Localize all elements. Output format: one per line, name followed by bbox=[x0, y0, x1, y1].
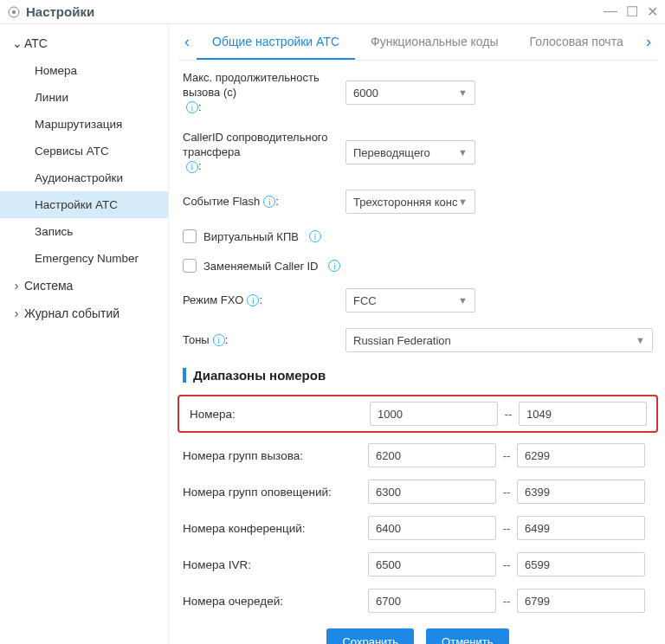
select-fxo-mode[interactable]: FCC ▼ bbox=[345, 288, 475, 312]
window-titlebar: Настройки — ☐ ✕ bbox=[0, 0, 665, 24]
sidebar-group-label: Система bbox=[24, 279, 73, 293]
range-from-ivr[interactable] bbox=[368, 552, 496, 576]
info-icon[interactable]: i bbox=[328, 260, 340, 272]
info-icon[interactable]: i bbox=[213, 334, 225, 346]
caret-down-icon: ▼ bbox=[458, 87, 468, 98]
label-flash-event: Событие Flashi: bbox=[183, 195, 345, 209]
range-from-paging[interactable] bbox=[368, 480, 496, 504]
chevron-right-icon: › bbox=[12, 306, 21, 320]
select-value: Переводящего bbox=[353, 146, 430, 159]
range-to-ringgroups[interactable] bbox=[517, 443, 645, 467]
chevron-down-icon: ⌄ bbox=[12, 36, 21, 50]
range-from-numbers[interactable] bbox=[370, 402, 498, 426]
range-to-queues[interactable] bbox=[517, 589, 645, 613]
range-separator: -- bbox=[498, 408, 519, 421]
range-to-numbers[interactable] bbox=[519, 402, 647, 426]
label-replaceable-callerid: Заменяемый Caller ID bbox=[203, 260, 318, 273]
tab-voicemail[interactable]: Голосовая почта bbox=[514, 24, 639, 60]
range-to-ivr[interactable] bbox=[517, 552, 645, 576]
label-max-call-duration: Макс. продолжительность вызова (с)i: bbox=[183, 71, 345, 115]
sidebar-item-routing[interactable]: Маршрутизация bbox=[0, 111, 168, 138]
sidebar-item-audio[interactable]: Аудионастройки bbox=[0, 164, 168, 191]
sidebar-group-eventlog[interactable]: › Журнал событий bbox=[0, 299, 168, 327]
range-separator: -- bbox=[496, 522, 517, 535]
range-label-queues: Номера очередей: bbox=[183, 595, 368, 608]
sidebar-item-lines[interactable]: Линии bbox=[0, 84, 168, 111]
label-virtual-kpv: Виртуальный КПВ bbox=[203, 230, 299, 243]
chevron-right-icon: › bbox=[12, 279, 21, 293]
select-value: FCC bbox=[353, 294, 377, 307]
label-callerid-transfer: CallerID сопроводительного трансфераi: bbox=[183, 131, 345, 175]
sidebar-group-atc[interactable]: ⌄ АТС bbox=[0, 29, 168, 57]
caret-down-icon: ▼ bbox=[636, 335, 645, 345]
range-label-ringgroups: Номера групп вызова: bbox=[183, 449, 368, 462]
select-callerid-transfer[interactable]: Переводящего ▼ bbox=[345, 140, 475, 164]
range-separator: -- bbox=[496, 486, 517, 499]
select-value: 6000 bbox=[353, 87, 378, 100]
checkbox-replaceable-callerid[interactable] bbox=[183, 259, 197, 273]
info-icon[interactable]: i bbox=[186, 101, 198, 113]
range-to-paging[interactable] bbox=[517, 480, 645, 504]
select-flash-event[interactable]: Трехсторонняя конс ▼ bbox=[345, 190, 475, 214]
select-value: Трехсторонняя конс bbox=[353, 196, 458, 209]
sidebar-item-recording[interactable]: Запись bbox=[0, 218, 168, 245]
window-title: Настройки bbox=[26, 4, 94, 19]
tab-scroll-left[interactable]: ‹ bbox=[178, 33, 197, 51]
highlight-numbers-range: Номера: -- bbox=[178, 395, 658, 433]
select-max-call-duration[interactable]: 6000 ▼ bbox=[345, 80, 475, 105]
range-label-conference: Номера конференций: bbox=[183, 522, 368, 535]
sidebar-item-pbx-settings[interactable]: Настройки АТС bbox=[0, 191, 168, 218]
sidebar-item-services[interactable]: Сервисы АТС bbox=[0, 138, 168, 164]
checkbox-virtual-kpv[interactable] bbox=[183, 229, 197, 243]
section-heading-ranges: Диапазоны номеров bbox=[183, 368, 653, 383]
select-value: Russian Federation bbox=[353, 334, 451, 347]
caret-down-icon: ▼ bbox=[458, 147, 468, 158]
app-icon bbox=[7, 5, 21, 19]
label-tones: Тоныi: bbox=[183, 333, 345, 348]
range-label-ivr: Номера IVR: bbox=[183, 558, 368, 571]
tab-general[interactable]: Общие настройки АТС bbox=[197, 24, 355, 60]
tab-feature-codes[interactable]: Функциональные коды bbox=[355, 24, 514, 60]
range-separator: -- bbox=[496, 595, 517, 608]
window-maximize-button[interactable]: ☐ bbox=[626, 3, 638, 20]
select-tones[interactable]: Russian Federation ▼ bbox=[345, 328, 653, 352]
sidebar-group-label: АТС bbox=[24, 36, 48, 50]
range-from-conference[interactable] bbox=[368, 516, 496, 540]
info-icon[interactable]: i bbox=[186, 161, 198, 173]
info-icon[interactable]: i bbox=[247, 294, 259, 306]
range-label-numbers: Номера: bbox=[184, 408, 370, 421]
tabs: ‹ Общие настройки АТС Функциональные код… bbox=[178, 24, 658, 61]
range-separator: -- bbox=[496, 558, 517, 571]
sidebar-item-emergency[interactable]: Emergency Number bbox=[0, 245, 168, 272]
svg-point-1 bbox=[12, 10, 16, 14]
range-from-queues[interactable] bbox=[368, 589, 496, 613]
sidebar: ⌄ АТС Номера Линии Маршрутизация Сервисы… bbox=[0, 24, 169, 644]
content-pane: ‹ Общие настройки АТС Функциональные код… bbox=[169, 24, 665, 644]
range-label-paging: Номера групп оповещений: bbox=[183, 486, 368, 499]
sidebar-group-label: Журнал событий bbox=[24, 306, 119, 320]
range-from-ringgroups[interactable] bbox=[368, 443, 496, 467]
range-to-conference[interactable] bbox=[517, 516, 645, 540]
section-bar-icon bbox=[183, 368, 186, 383]
window-close-button[interactable]: ✕ bbox=[647, 3, 658, 20]
save-button[interactable]: Сохранить bbox=[326, 628, 414, 644]
cancel-button[interactable]: Отменить bbox=[426, 628, 508, 644]
info-icon[interactable]: i bbox=[263, 196, 275, 208]
info-icon[interactable]: i bbox=[309, 230, 321, 242]
tab-scroll-right[interactable]: › bbox=[639, 33, 658, 51]
window-minimize-button[interactable]: — bbox=[604, 3, 617, 20]
caret-down-icon: ▼ bbox=[458, 196, 468, 207]
sidebar-item-numbers[interactable]: Номера bbox=[0, 57, 168, 84]
range-separator: -- bbox=[496, 449, 517, 462]
caret-down-icon: ▼ bbox=[458, 295, 468, 306]
label-fxo-mode: Режим FXOi: bbox=[183, 293, 345, 308]
sidebar-group-system[interactable]: › Система bbox=[0, 272, 168, 299]
